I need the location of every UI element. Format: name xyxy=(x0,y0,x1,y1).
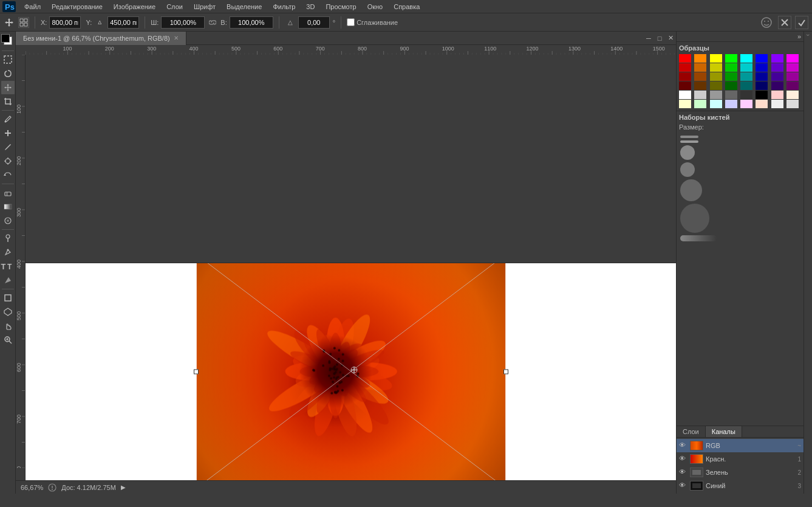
color-sample[interactable] xyxy=(756,72,768,81)
menu-image[interactable]: Изображение xyxy=(109,2,160,12)
color-sample[interactable] xyxy=(740,91,752,99)
color-sample[interactable] xyxy=(710,63,722,72)
hand-tool[interactable] xyxy=(1,319,15,333)
menu-window[interactable]: Окно xyxy=(363,2,388,12)
color-sample[interactable] xyxy=(694,63,706,72)
menu-edit[interactable]: Редактирование xyxy=(47,2,107,12)
history-brush-tool[interactable] xyxy=(1,168,15,182)
color-sample[interactable] xyxy=(740,54,752,63)
3d-tool[interactable] xyxy=(1,305,15,319)
channel-row-red[interactable]: 👁 Красн. 1 xyxy=(677,452,803,466)
zoom-tool[interactable] xyxy=(1,333,15,347)
link-icon[interactable] xyxy=(207,17,218,28)
color-sample[interactable] xyxy=(710,54,722,63)
channel-eye-green[interactable]: 👁 xyxy=(679,468,687,477)
color-sample[interactable] xyxy=(679,100,691,108)
color-sample[interactable] xyxy=(756,54,768,63)
menu-view[interactable]: Просмотр xyxy=(321,2,361,12)
window-close-button[interactable]: ✕ xyxy=(665,32,676,45)
color-sample[interactable] xyxy=(740,63,752,72)
lasso-tool[interactable] xyxy=(1,67,15,80)
window-minimize-button[interactable]: ─ xyxy=(643,32,654,45)
brush-preset-5[interactable] xyxy=(679,178,801,202)
color-sample[interactable] xyxy=(786,54,799,63)
color-sample[interactable] xyxy=(756,81,768,90)
color-sample[interactable] xyxy=(786,63,799,72)
color-sample[interactable] xyxy=(679,72,691,81)
cancel-transform-icon[interactable] xyxy=(778,16,791,29)
menu-file[interactable]: Файл xyxy=(19,2,46,12)
color-sample[interactable] xyxy=(710,81,722,90)
brush-preset-2[interactable] xyxy=(679,139,801,144)
color-sample[interactable] xyxy=(725,81,737,90)
brush-preset-6[interactable] xyxy=(679,202,801,234)
brush-tool[interactable] xyxy=(1,140,15,154)
color-sample[interactable] xyxy=(740,81,752,90)
color-sample[interactable] xyxy=(756,100,768,108)
eyedropper-tool[interactable] xyxy=(1,112,15,126)
confirm-transform-icon[interactable] xyxy=(795,16,808,29)
color-sample[interactable] xyxy=(710,100,722,108)
color-sample[interactable] xyxy=(786,81,799,90)
color-sample[interactable] xyxy=(725,63,737,72)
eraser-tool[interactable] xyxy=(1,186,15,199)
color-sample[interactable] xyxy=(771,81,783,90)
color-sample[interactable] xyxy=(694,91,706,99)
color-sample[interactable] xyxy=(694,81,706,90)
selection-tool[interactable] xyxy=(1,53,15,66)
shape-tool[interactable] xyxy=(1,291,15,305)
brush-preset-1[interactable] xyxy=(679,134,801,139)
pen-tool[interactable] xyxy=(1,246,15,259)
crop-tool[interactable] xyxy=(1,95,15,108)
color-sample[interactable] xyxy=(694,72,706,81)
color-sample[interactable] xyxy=(771,63,783,72)
color-sample[interactable] xyxy=(756,63,768,72)
image-layer[interactable] xyxy=(196,263,506,481)
color-sample[interactable] xyxy=(710,91,722,99)
window-maximize-button[interactable]: □ xyxy=(654,32,665,45)
color-sample[interactable] xyxy=(679,54,691,63)
color-sample[interactable] xyxy=(771,100,783,108)
gradient-tool[interactable] xyxy=(1,200,15,213)
color-sample[interactable] xyxy=(786,91,799,99)
color-sample[interactable] xyxy=(679,81,691,90)
panel-collapse-button[interactable]: » xyxy=(797,33,801,40)
menu-font[interactable]: Шрифт xyxy=(189,2,220,12)
canvas-viewport[interactable] xyxy=(26,263,676,481)
menu-3d[interactable]: 3D xyxy=(301,2,319,12)
text-tool[interactable]: T T xyxy=(1,260,15,273)
menu-help[interactable]: Справка xyxy=(389,2,425,12)
channel-row-rgb[interactable]: 👁 RGB ~ xyxy=(677,439,803,452)
channel-eye-rgb[interactable]: 👁 xyxy=(679,441,687,450)
status-expand-arrow[interactable]: ▶ xyxy=(121,484,126,491)
channel-row-blue[interactable]: 👁 Синий 3 xyxy=(677,479,803,492)
clone-tool[interactable] xyxy=(1,154,15,168)
color-sample[interactable] xyxy=(679,91,691,99)
dodge-tool[interactable] xyxy=(1,232,15,245)
angle-input[interactable] xyxy=(298,16,330,29)
color-sample[interactable] xyxy=(694,100,706,108)
color-sample[interactable] xyxy=(679,63,691,72)
brush-preset-4[interactable] xyxy=(679,161,801,178)
menu-select[interactable]: Выделение xyxy=(222,2,267,12)
path-select-tool[interactable] xyxy=(1,274,15,287)
right-expand-strip[interactable]: › xyxy=(803,32,812,494)
doc-tab-close[interactable]: ✕ xyxy=(174,35,179,41)
channel-row-green[interactable]: 👁 Зелень 2 xyxy=(677,466,803,479)
color-sample[interactable] xyxy=(710,72,722,81)
color-sample[interactable] xyxy=(771,72,783,81)
color-sample[interactable] xyxy=(725,100,737,108)
color-sample[interactable] xyxy=(725,72,737,81)
color-sample[interactable] xyxy=(756,91,768,99)
heal-tool[interactable] xyxy=(1,126,15,140)
tab-channels[interactable]: Каналы xyxy=(706,426,742,437)
color-sample[interactable] xyxy=(740,100,752,108)
channel-eye-blue[interactable]: 👁 xyxy=(679,481,687,490)
transform-handle-middle-right[interactable] xyxy=(503,369,508,374)
blur-tool[interactable] xyxy=(1,214,15,227)
menu-layers[interactable]: Слои xyxy=(162,2,188,12)
move-tool[interactable] xyxy=(1,81,15,94)
smoothing-checkbox[interactable] xyxy=(347,18,355,26)
color-sample[interactable] xyxy=(786,100,799,108)
h-input[interactable] xyxy=(230,16,273,29)
